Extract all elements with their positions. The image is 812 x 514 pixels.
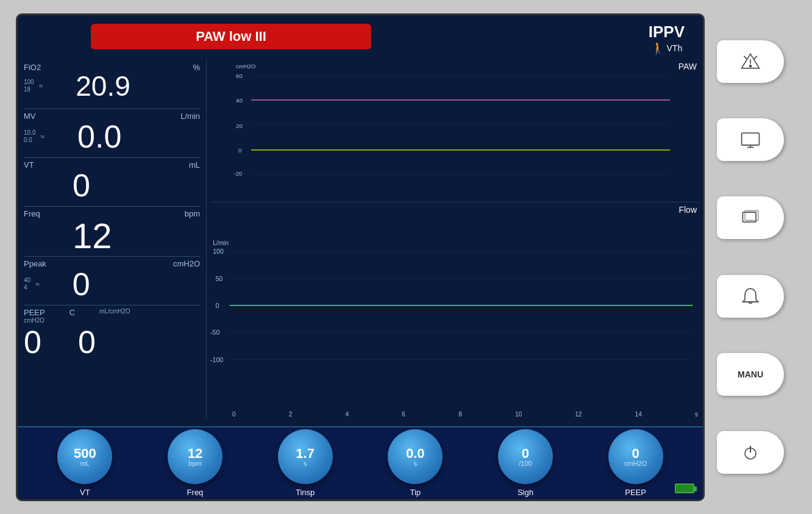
screen: PAW low III IPPV 🚶 VTh FiO2 % xyxy=(16,13,705,501)
bottom-bar: 500 mL VT 12 bpm Freq 1.7 s Tinsp xyxy=(18,426,703,499)
fio2-label: FiO2 xyxy=(24,63,41,72)
svg-rect-29 xyxy=(742,133,760,145)
param-tip-value: 0.0 xyxy=(406,447,425,460)
svg-text:-100: -100 xyxy=(210,355,223,363)
freq-unit: bpm xyxy=(185,209,200,218)
peep-label: PEEP xyxy=(24,308,45,317)
peep-c-group[interactable]: PEEP cmH2O C mL/cmH2O 0 0 xyxy=(24,305,200,360)
vt-unit: mL xyxy=(189,160,200,170)
param-vt-button[interactable]: 500 mL xyxy=(57,429,112,484)
param-tip-button[interactable]: 0.0 s xyxy=(388,429,443,484)
peep-unit: cmH2O xyxy=(24,317,45,324)
alarm-icon xyxy=(739,51,761,73)
ppeak-value: 0 xyxy=(73,268,90,300)
freq-group[interactable]: Freq bpm 12 xyxy=(24,207,200,257)
flow-chart: Flow L/min 100 50 0 -50 -100 xyxy=(210,204,699,410)
mv-range-high: 10.0 xyxy=(24,129,35,137)
mv-unit: L/min xyxy=(180,112,200,121)
param-peep[interactable]: 0 cmH2O PEEP xyxy=(608,429,663,497)
freq-label: Freq xyxy=(24,209,40,218)
svg-line-28 xyxy=(753,56,757,59)
fio2-group[interactable]: FiO2 % 100 18 ≈ 20.9 xyxy=(24,60,200,109)
param-freq-value: 12 xyxy=(188,447,202,460)
ppeak-range-high: 40 xyxy=(24,277,30,284)
vt-label: VT xyxy=(24,160,34,170)
mv-value: 0.0 xyxy=(77,121,121,152)
param-sigh-label: Sigh xyxy=(518,488,533,497)
ppeak-unit: cmH2O xyxy=(173,259,200,268)
person-icon: 🚶 xyxy=(651,41,664,55)
param-sigh-value: 0 xyxy=(522,447,529,460)
svg-point-26 xyxy=(750,65,752,67)
svg-text:60: 60 xyxy=(236,72,243,79)
svg-text:L/min: L/min xyxy=(213,238,229,246)
manu-button[interactable]: MANU xyxy=(717,353,784,396)
peep-value: 0 xyxy=(24,326,41,358)
param-freq[interactable]: 12 bpm Freq xyxy=(168,429,223,497)
param-tip[interactable]: 0.0 s Tip xyxy=(388,429,443,497)
param-sigh[interactable]: 0 /100 Sigh xyxy=(498,429,553,497)
fio2-range-low: 18 xyxy=(24,86,34,93)
bell-button[interactable] xyxy=(717,275,784,318)
svg-text:0: 0 xyxy=(215,302,219,309)
param-peep-value: 0 xyxy=(632,447,639,460)
content-area: FiO2 % 100 18 ≈ 20.9 MV xyxy=(18,58,703,426)
c-label: C xyxy=(69,308,75,317)
power-icon xyxy=(739,441,761,463)
param-tinsp[interactable]: 1.7 s Tinsp xyxy=(278,429,333,497)
param-vt-unit: mL xyxy=(80,460,90,467)
chart-divider xyxy=(210,202,699,202)
main-device: PAW low III IPPV 🚶 VTh FiO2 % xyxy=(16,13,796,501)
svg-text:0: 0 xyxy=(238,146,241,153)
charts-section: PAW cmH2O 60 40 20 0 -20 xyxy=(207,58,703,420)
param-vt-label: VT xyxy=(80,488,90,497)
vt-value: 0 xyxy=(73,168,90,203)
param-tinsp-unit: s xyxy=(304,460,307,467)
mv-label: MV xyxy=(24,112,36,121)
paw-chart: PAW cmH2O 60 40 20 0 -20 xyxy=(210,60,699,201)
param-peep-button[interactable]: 0 cmH2O xyxy=(608,429,663,484)
fio2-range-high: 100 xyxy=(24,79,34,86)
time-axis: 0 2 4 6 8 10 12 14 s xyxy=(210,410,699,418)
param-vt[interactable]: 500 mL VT xyxy=(57,429,112,497)
vt-group[interactable]: VT mL 0 xyxy=(24,158,200,207)
alarm-button[interactable] xyxy=(717,40,784,83)
param-sigh-button[interactable]: 0 /100 xyxy=(498,429,553,484)
manu-label: MANU xyxy=(738,369,763,379)
param-tinsp-value: 1.7 xyxy=(296,447,315,460)
flow-svg: L/min 100 50 0 -50 -100 xyxy=(210,204,699,410)
battery-icon xyxy=(675,484,694,493)
screen-button[interactable] xyxy=(717,118,784,161)
param-tinsp-label: Tinsp xyxy=(296,488,315,497)
param-tip-label: Tip xyxy=(410,488,421,497)
mode-name: IPPV xyxy=(649,23,685,41)
alert-banner[interactable]: PAW low III xyxy=(91,24,371,49)
mv-group[interactable]: MV L/min 10.0 0.0 ≈ 0.0 xyxy=(24,109,200,158)
param-tip-unit: s xyxy=(414,460,418,467)
mode-label: IPPV 🚶 VTh xyxy=(649,23,685,55)
svg-text:100: 100 xyxy=(213,248,224,255)
ppeak-group[interactable]: Ppeak cmH2O 40 4 ≈ 0 xyxy=(24,257,200,305)
c-unit: mL/cmH2O xyxy=(99,308,130,315)
param-sigh-unit: /100 xyxy=(519,460,532,467)
param-tinsp-button[interactable]: 1.7 s xyxy=(278,429,333,484)
paw-chart-title: PAW xyxy=(678,62,697,71)
side-panel: MANU xyxy=(705,13,796,501)
param-freq-unit: bpm xyxy=(188,460,201,467)
ppeak-label: Ppeak xyxy=(24,259,46,268)
layers-button[interactable] xyxy=(717,196,784,239)
fio2-value: 20.9 xyxy=(76,72,130,100)
ppeak-range-low: 4 xyxy=(24,284,30,291)
power-button[interactable] xyxy=(717,431,784,474)
flow-chart-title: Flow xyxy=(678,205,697,215)
svg-text:20: 20 xyxy=(236,122,243,129)
c-value: 0 xyxy=(78,326,96,358)
mv-range-low: 0.0 xyxy=(24,137,35,144)
svg-text:40: 40 xyxy=(236,96,243,103)
fio2-unit: % xyxy=(193,63,200,72)
param-peep-label: PEEP xyxy=(625,488,646,497)
bell-icon xyxy=(739,285,761,307)
time-unit: s xyxy=(695,411,698,418)
layers-icon xyxy=(739,207,761,229)
param-freq-button[interactable]: 12 bpm xyxy=(168,429,223,484)
